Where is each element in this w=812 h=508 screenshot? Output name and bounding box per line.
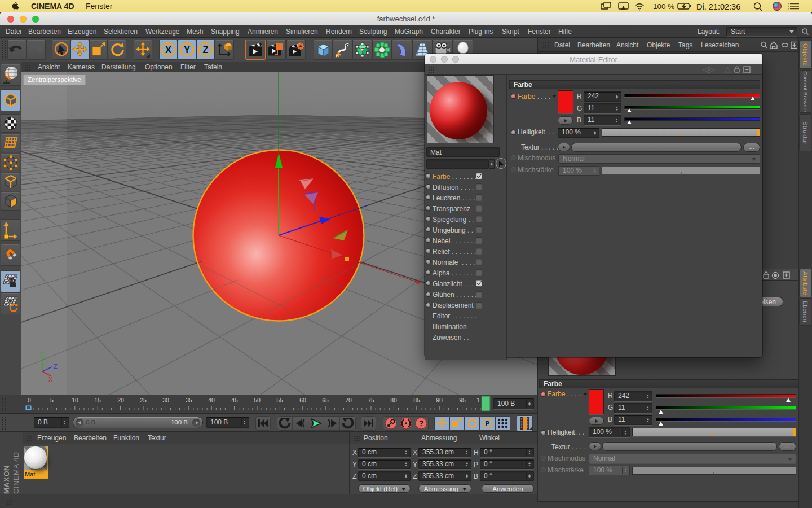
svg-text:5: 5 (50, 397, 54, 404)
svg-text:60: 60 (299, 397, 306, 404)
svg-text:95: 95 (459, 397, 466, 404)
svg-text:Z: Z (54, 363, 58, 370)
svg-text:Y: Y (184, 45, 190, 55)
svg-text:50: 50 (254, 397, 261, 404)
svg-text:55: 55 (276, 397, 283, 404)
svg-text:Di. 21:02:36: Di. 21:02:36 (696, 2, 740, 11)
svg-text:70: 70 (345, 397, 352, 404)
svg-text:100 %: 100 % (653, 2, 674, 11)
svg-text:35: 35 (186, 397, 192, 404)
svg-text:65: 65 (322, 397, 329, 404)
svg-text:30: 30 (162, 397, 169, 404)
svg-text:85: 85 (413, 397, 420, 404)
svg-text:45: 45 (231, 397, 238, 404)
svg-text:Z: Z (203, 45, 209, 55)
svg-text:15: 15 (94, 397, 101, 404)
svg-text:1: 1 (476, 397, 480, 404)
svg-text:80: 80 (390, 397, 397, 404)
svg-text:75: 75 (368, 397, 374, 404)
svg-text:10: 10 (72, 397, 78, 404)
svg-text:0: 0 (28, 397, 31, 404)
svg-text:P: P (486, 420, 489, 427)
svg-text:40: 40 (208, 397, 215, 404)
svg-text:25: 25 (140, 397, 147, 404)
svg-text:?: ? (419, 419, 424, 428)
svg-text:X: X (48, 376, 53, 383)
svg-text:Y: Y (39, 350, 44, 357)
svg-text:90: 90 (436, 397, 443, 404)
svg-text:X: X (165, 45, 171, 55)
svg-text:20: 20 (117, 397, 124, 404)
